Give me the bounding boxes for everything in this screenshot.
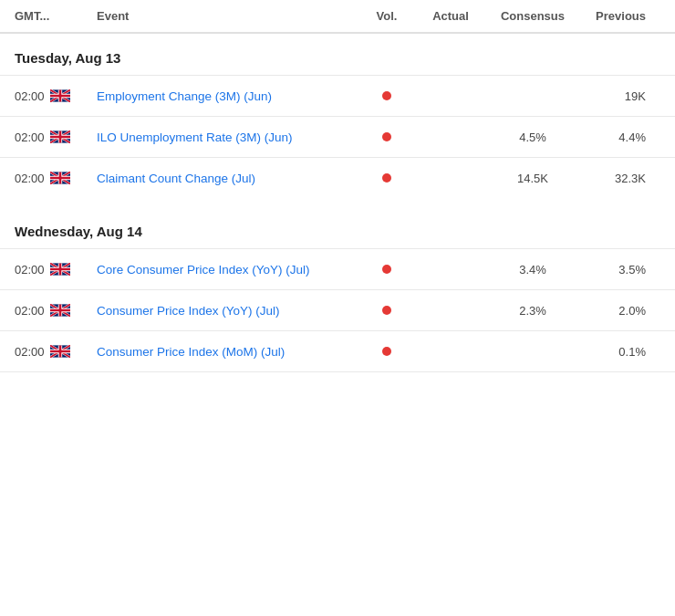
table-row: 02:00 Claimant Count Change (Jul)14.5K32… <box>0 157 675 198</box>
volatility-dot <box>382 91 391 100</box>
time-value: 02:00 <box>15 345 45 359</box>
volatility-cell <box>359 344 414 359</box>
section-header-0: Tuesday, Aug 13 <box>0 34 675 75</box>
uk-flag-icon <box>50 263 70 276</box>
consensus-value: 4.5% <box>487 131 578 144</box>
previous-value: 0.1% <box>578 345 660 359</box>
header-vol: Vol. <box>359 9 414 23</box>
event-name[interactable]: ILO Unemployment Rate (3M) (Jun) <box>97 131 359 144</box>
previous-value: 3.5% <box>578 263 660 277</box>
header-previous: Previous <box>578 9 660 23</box>
time-value: 02:00 <box>15 263 45 277</box>
table-row: 02:00 Core Consumer Price Index (YoY) (J… <box>0 248 675 289</box>
consensus-value: 14.5K <box>487 172 578 185</box>
uk-flag-icon <box>50 172 70 184</box>
table-row: 02:00 Employment Change (3M) (Jun)19K <box>0 75 675 116</box>
header-event: Event <box>97 9 359 23</box>
time-value: 02:00 <box>15 89 45 103</box>
volatility-dot <box>382 347 391 356</box>
uk-flag-icon <box>50 131 70 143</box>
previous-value: 32.3K <box>578 172 660 185</box>
consensus-value: 2.3% <box>487 304 578 318</box>
gmt-cell: 02:00 <box>15 345 97 359</box>
uk-flag-icon <box>50 304 70 317</box>
gmt-cell: 02:00 <box>15 131 97 144</box>
table-header: GMT... Event Vol. Actual Consensus Previ… <box>0 0 675 34</box>
volatility-cell <box>359 303 414 318</box>
time-value: 02:00 <box>15 131 45 144</box>
previous-value: 19K <box>578 89 660 103</box>
volatility-dot <box>382 306 391 315</box>
event-name[interactable]: Core Consumer Price Index (YoY) (Jul) <box>97 263 359 277</box>
uk-flag-icon <box>50 345 70 358</box>
header-gmt: GMT... <box>15 9 97 23</box>
event-name[interactable]: Consumer Price Index (YoY) (Jul) <box>97 304 359 318</box>
volatility-cell <box>359 130 414 144</box>
volatility-dot <box>382 173 391 183</box>
section-header-1: Wednesday, Aug 14 <box>0 207 675 248</box>
event-name[interactable]: Consumer Price Index (MoM) (Jul) <box>97 345 359 359</box>
gmt-cell: 02:00 <box>15 304 97 318</box>
volatility-dot <box>382 132 391 141</box>
gmt-cell: 02:00 <box>15 172 97 185</box>
event-name[interactable]: Claimant Count Change (Jul) <box>97 172 359 185</box>
volatility-dot <box>382 265 391 274</box>
gmt-cell: 02:00 <box>15 263 97 277</box>
table-row: 02:00 Consumer Price Index (YoY) (Jul)2.… <box>0 289 675 330</box>
uk-flag-icon <box>50 89 70 102</box>
event-name[interactable]: Employment Change (3M) (Jun) <box>97 89 359 103</box>
consensus-value: 3.4% <box>487 263 578 277</box>
volatility-cell <box>359 171 414 185</box>
gmt-cell: 02:00 <box>15 89 97 103</box>
time-value: 02:00 <box>15 172 45 185</box>
time-value: 02:00 <box>15 304 45 318</box>
table-row: 02:00 ILO Unemployment Rate (3M) (Jun)4.… <box>0 116 675 157</box>
previous-value: 4.4% <box>578 131 660 144</box>
volatility-cell <box>359 262 414 277</box>
volatility-cell <box>359 89 414 103</box>
header-consensus: Consensus <box>487 9 578 23</box>
table-body: Tuesday, Aug 1302:00 Employment Change (… <box>0 34 675 372</box>
table-row: 02:00 Consumer Price Index (MoM) (Jul)0.… <box>0 330 675 372</box>
previous-value: 2.0% <box>578 304 660 318</box>
header-actual: Actual <box>414 9 487 23</box>
